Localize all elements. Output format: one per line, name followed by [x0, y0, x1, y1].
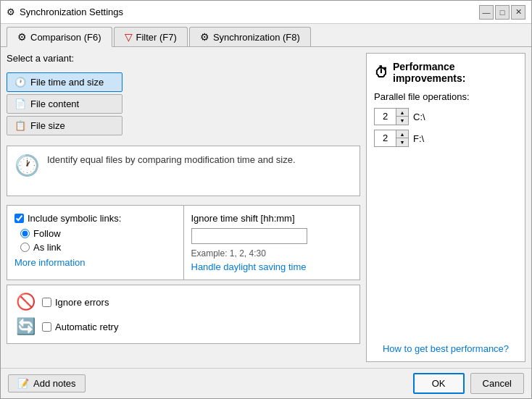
spinner-f-down[interactable]: ▼ [396, 138, 408, 146]
tab-synchronization[interactable]: ⚙ Synchronization (F8) [189, 27, 311, 46]
empty-section [7, 348, 360, 362]
spinner-c-buttons: ▲ ▼ [396, 109, 408, 125]
automatic-retry-label[interactable]: Automatic retry [42, 322, 118, 332]
include-symbolic-links-text: Include symbolic links: [28, 213, 121, 224]
file-size-icon: 📋 [14, 120, 26, 131]
ignore-errors-row: 🚫 Ignore errors [14, 293, 352, 311]
main-window: ⚙ Synchronization Settings — □ ✕ ⚙ Compa… [0, 0, 532, 399]
file-time-size-label: File time and size [30, 77, 104, 88]
left-panel: Select a variant: 🕐 File time and size 📄… [7, 53, 360, 362]
ignore-errors-text: Ignore errors [55, 297, 109, 308]
best-performance-link[interactable]: How to get best performance? [383, 343, 509, 354]
variant-file-content[interactable]: 📄 File content [7, 94, 122, 114]
spinner-f: 2 ▲ ▼ [374, 130, 409, 147]
performance-title-text: Performance improvements: [393, 61, 518, 84]
file-time-size-icon: 🕐 [14, 77, 26, 88]
automatic-retry-checkbox[interactable] [42, 322, 51, 332]
sync-tab-label: Synchronization (F8) [213, 32, 300, 43]
ignore-errors-checkbox[interactable] [42, 298, 51, 307]
daylight-saving-link[interactable]: Handle daylight saving time [191, 261, 353, 272]
radio-follow-text: Follow [33, 228, 61, 239]
include-symbolic-links-checkbox[interactable] [14, 214, 24, 223]
errors-section: 🚫 Ignore errors 🔄 Automatic retry [7, 285, 360, 344]
drive-f-label: F:\ [413, 133, 424, 144]
title-bar-left: ⚙ Synchronization Settings [7, 7, 123, 17]
spinner-c-down[interactable]: ▼ [396, 117, 408, 125]
automatic-retry-text: Automatic retry [55, 322, 118, 332]
maximize-button[interactable]: □ [495, 5, 510, 20]
filter-tab-label: Filter (F7) [136, 32, 177, 43]
filter-tab-icon: ▽ [125, 31, 133, 43]
spinner-f-buttons: ▲ ▼ [396, 130, 408, 146]
radio-group: Follow As link [20, 228, 176, 253]
content-area: Select a variant: 🕐 File time and size 📄… [1, 47, 531, 368]
include-symbolic-links-label[interactable]: Include symbolic links: [14, 213, 176, 224]
description-box: 🕐 Identify equal files by comparing modi… [7, 146, 360, 196]
minimize-button[interactable]: — [479, 5, 494, 20]
tab-bar: ⚙ Comparison (F6) ▽ Filter (F7) ⚙ Synchr… [1, 24, 531, 47]
comparison-tab-icon: ⚙ [17, 31, 27, 43]
action-buttons: OK Cancel [413, 373, 524, 394]
sync-tab-icon: ⚙ [200, 31, 209, 43]
add-notes-icon: 📝 [17, 378, 29, 389]
tab-filter[interactable]: ▽ Filter (F7) [114, 27, 188, 46]
file-content-icon: 📄 [14, 98, 26, 109]
file-size-label: File size [30, 120, 65, 131]
window-title: Synchronization Settings [20, 7, 123, 17]
drive-c-label: C:\ [413, 112, 425, 122]
spinner-c: 2 ▲ ▼ [374, 108, 409, 125]
close-button[interactable]: ✕ [511, 5, 525, 20]
variant-file-time-size[interactable]: 🕐 File time and size [7, 72, 122, 92]
time-shift-input[interactable] [191, 228, 307, 244]
tab-comparison[interactable]: ⚙ Comparison (F6) [7, 27, 112, 47]
title-bar-controls: — □ ✕ [479, 5, 525, 20]
radio-follow[interactable] [20, 229, 30, 238]
ignore-errors-label[interactable]: Ignore errors [42, 297, 109, 308]
cancel-button[interactable]: Cancel [470, 373, 524, 394]
performance-icon: ⏱ [374, 64, 388, 81]
ok-button[interactable]: OK [413, 373, 465, 394]
spinner-c-value: 2 [375, 109, 396, 125]
performance-title: ⏱ Performance improvements: [374, 61, 518, 84]
automatic-retry-row: 🔄 Automatic retry [14, 317, 352, 336]
add-notes-label: Add notes [33, 378, 76, 389]
variant-buttons: 🕐 File time and size 📄 File content 📋 Fi… [7, 72, 360, 135]
title-bar: ⚙ Synchronization Settings — □ ✕ [1, 1, 531, 24]
time-shift-area: Ignore time shift [hh:mm] Example: 1, 2,… [184, 206, 360, 280]
radio-follow-label[interactable]: Follow [20, 228, 176, 239]
radio-as-link-label[interactable]: As link [20, 242, 176, 253]
description-icon: 🕐 [14, 154, 40, 177]
variant-file-size[interactable]: 📋 File size [7, 116, 122, 135]
automatic-retry-icon: 🔄 [14, 317, 36, 336]
spinner-f-value: 2 [375, 130, 396, 146]
middle-section: Include symbolic links: Follow As link M… [7, 205, 360, 280]
perf-link-area: How to get best performance? [374, 343, 518, 354]
bottom-bar: 📝 Add notes OK Cancel [1, 368, 531, 398]
parallel-row-c: 2 ▲ ▼ C:\ [374, 108, 518, 125]
more-information-link[interactable]: More information [14, 257, 86, 268]
time-shift-label: Ignore time shift [hh:mm] [191, 213, 353, 224]
description-text: Identify equal files by comparing modifi… [47, 154, 296, 167]
file-content-label: File content [30, 98, 79, 109]
radio-as-link-text: As link [33, 242, 61, 253]
symbolic-links-area: Include symbolic links: Follow As link M… [7, 206, 184, 280]
parallel-label: Parallel file operations: [374, 91, 518, 102]
window-icon: ⚙ [7, 7, 15, 17]
comparison-tab-label: Comparison (F6) [30, 32, 101, 43]
spinner-c-up[interactable]: ▲ [396, 109, 408, 117]
radio-as-link[interactable] [20, 243, 30, 252]
time-shift-example: Example: 1, 2, 4:30 [191, 248, 353, 259]
ignore-errors-icon: 🚫 [14, 293, 36, 311]
add-notes-button[interactable]: 📝 Add notes [8, 374, 86, 392]
parallel-row-f: 2 ▲ ▼ F:\ [374, 130, 518, 147]
select-variant-label: Select a variant: [7, 53, 360, 64]
spinner-f-up[interactable]: ▲ [396, 130, 408, 138]
right-panel: ⏱ Performance improvements: Parallel fil… [366, 53, 525, 362]
